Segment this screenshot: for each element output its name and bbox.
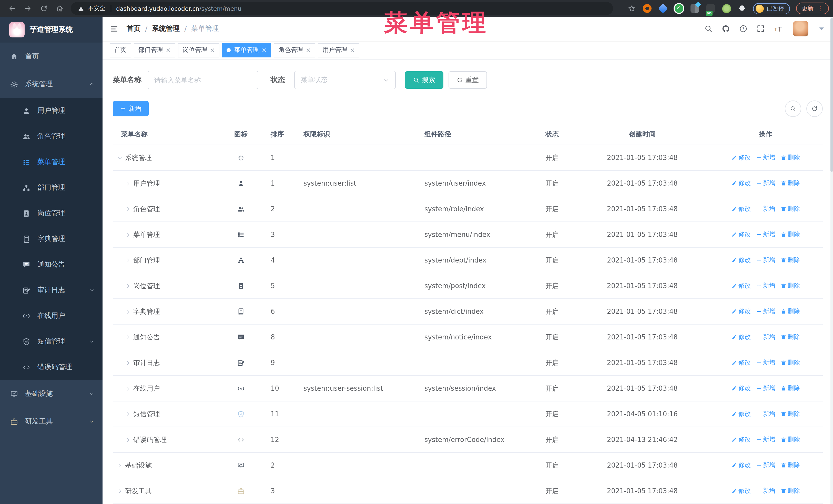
search-button[interactable]: 搜索 <box>405 71 444 89</box>
extension-icon-green-check[interactable] <box>674 4 683 13</box>
row-add-button[interactable]: 新增 <box>756 230 775 239</box>
tree-expand-icon[interactable] <box>125 207 131 212</box>
sidebar-item-post[interactable]: 岗位管理 <box>0 200 102 226</box>
delete-button[interactable]: 删除 <box>781 307 800 316</box>
delete-button[interactable]: 删除 <box>781 282 800 290</box>
close-icon[interactable]: × <box>261 47 266 53</box>
close-icon[interactable]: × <box>350 47 355 53</box>
extension-icon-monkey[interactable] <box>722 4 731 13</box>
sidebar-item-error-code[interactable]: 错误码管理 <box>0 354 102 380</box>
breadcrumb-home[interactable]: 首页 <box>127 24 140 33</box>
github-icon[interactable] <box>722 25 730 33</box>
add-button[interactable]: 新增 <box>113 101 149 116</box>
edit-button[interactable]: 修改 <box>731 384 751 393</box>
tab-menu[interactable]: 菜单管理× <box>222 43 271 57</box>
search-icon[interactable] <box>704 25 713 33</box>
edit-button[interactable]: 修改 <box>731 410 751 418</box>
sidebar-item-home[interactable]: 首页 <box>0 43 102 70</box>
tree-expand-icon[interactable] <box>125 309 131 314</box>
tree-expand-icon[interactable] <box>125 181 131 186</box>
tree-expand-icon[interactable] <box>125 283 131 288</box>
row-add-button[interactable]: 新增 <box>756 153 775 162</box>
tree-collapse-icon[interactable] <box>117 155 123 160</box>
row-add-button[interactable]: 新增 <box>756 205 775 213</box>
row-add-button[interactable]: 新增 <box>756 461 775 470</box>
paused-badge[interactable]: 已暂停 <box>753 3 790 14</box>
delete-button[interactable]: 删除 <box>781 256 800 265</box>
tree-expand-icon[interactable] <box>125 335 131 340</box>
forward-icon[interactable] <box>24 5 32 12</box>
edit-button[interactable]: 修改 <box>731 435 751 444</box>
edit-button[interactable]: 修改 <box>731 486 751 495</box>
sidebar-item-dev-tools[interactable]: 研发工具 <box>0 408 102 435</box>
chevron-down-icon[interactable] <box>818 25 826 33</box>
browser-menu-dots-icon[interactable]: ⋮ <box>817 5 823 12</box>
sidebar-item-menu[interactable]: 菜单管理 <box>0 149 102 175</box>
font-size-icon[interactable]: TT <box>774 24 784 34</box>
browser-home-icon[interactable] <box>56 5 64 12</box>
tree-expand-icon[interactable] <box>125 437 131 442</box>
delete-button[interactable]: 删除 <box>781 486 800 495</box>
delete-button[interactable]: 删除 <box>781 410 800 418</box>
delete-button[interactable]: 删除 <box>781 205 800 213</box>
extension-icon-list[interactable] <box>690 4 699 13</box>
row-add-button[interactable]: 新增 <box>756 435 775 444</box>
sidebar-item-user[interactable]: 用户管理 <box>0 98 102 124</box>
extension-icon-gem[interactable] <box>658 4 668 13</box>
reload-icon[interactable] <box>40 5 48 12</box>
reset-button[interactable]: 重置 <box>449 71 487 89</box>
toggle-search-button[interactable] <box>785 100 801 117</box>
address-bar[interactable]: 不安全 dashboard.yudao.iocoder.cn/system/me… <box>71 2 613 15</box>
delete-button[interactable]: 删除 <box>781 179 800 188</box>
status-select[interactable]: 菜单状态 <box>294 71 396 89</box>
delete-button[interactable]: 删除 <box>781 435 800 444</box>
extension-icon-switch-on[interactable] <box>706 4 715 13</box>
row-add-button[interactable]: 新增 <box>756 307 775 316</box>
tree-expand-icon[interactable] <box>125 232 131 237</box>
edit-button[interactable]: 修改 <box>731 333 751 341</box>
tree-expand-icon[interactable] <box>125 386 131 391</box>
fullscreen-icon[interactable] <box>757 25 765 33</box>
tree-expand-icon[interactable] <box>117 488 123 494</box>
sidebar-item-notice[interactable]: 通知公告 <box>0 252 102 278</box>
delete-button[interactable]: 删除 <box>781 333 800 341</box>
sidebar-item-dict[interactable]: 字典管理 <box>0 226 102 252</box>
refresh-table-button[interactable] <box>806 100 823 117</box>
sidebar-item-audit-log[interactable]: 审计日志 <box>0 278 102 303</box>
edit-button[interactable]: 修改 <box>731 230 751 239</box>
edit-button[interactable]: 修改 <box>731 179 751 188</box>
edit-button[interactable]: 修改 <box>731 307 751 316</box>
edit-button[interactable]: 修改 <box>731 282 751 290</box>
delete-button[interactable]: 删除 <box>781 358 800 367</box>
back-icon[interactable] <box>8 5 16 12</box>
tree-expand-icon[interactable] <box>125 411 131 416</box>
sidebar-item-role[interactable]: 角色管理 <box>0 124 102 149</box>
sidebar-item-sms[interactable]: 短信管理 <box>0 329 102 354</box>
delete-button[interactable]: 删除 <box>781 461 800 470</box>
edit-button[interactable]: 修改 <box>731 358 751 367</box>
row-add-button[interactable]: 新增 <box>756 333 775 341</box>
tab-user[interactable]: 用户管理× <box>318 43 360 57</box>
tree-expand-icon[interactable] <box>125 360 131 365</box>
row-add-button[interactable]: 新增 <box>756 486 775 495</box>
bookmark-star-icon[interactable] <box>628 5 635 12</box>
edit-button[interactable]: 修改 <box>731 461 751 470</box>
window-scrollbar[interactable] <box>830 17 833 504</box>
sidebar-item-infra[interactable]: 基础设施 <box>0 380 102 408</box>
edit-button[interactable]: 修改 <box>731 205 751 213</box>
tree-expand-icon[interactable] <box>125 258 131 263</box>
tab-role[interactable]: 角色管理× <box>274 43 315 57</box>
tab-home[interactable]: 首页 <box>110 43 131 57</box>
delete-button[interactable]: 删除 <box>781 230 800 239</box>
delete-button[interactable]: 删除 <box>781 384 800 393</box>
avatar[interactable] <box>793 21 808 37</box>
update-button[interactable]: 更新 ⋮ <box>796 3 829 14</box>
row-add-button[interactable]: 新增 <box>756 384 775 393</box>
sidebar-item-online-user[interactable]: A在线用户 <box>0 303 102 329</box>
close-icon[interactable]: × <box>306 47 311 53</box>
close-icon[interactable]: × <box>210 47 215 53</box>
edit-button[interactable]: 修改 <box>731 153 751 162</box>
sidebar-item-dept[interactable]: 部门管理 <box>0 175 102 200</box>
tab-post[interactable]: 岗位管理× <box>178 43 219 57</box>
row-add-button[interactable]: 新增 <box>756 410 775 418</box>
